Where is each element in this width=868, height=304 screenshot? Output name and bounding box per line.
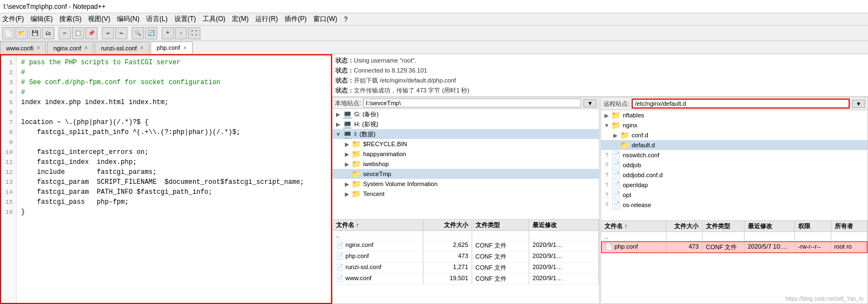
remote-fileowner-php: root ro	[831, 242, 867, 253]
toolbar-copy[interactable]: 📋	[72, 27, 84, 39]
expand-defaultd	[612, 142, 619, 148]
tree-item-h[interactable]: ▶ 💻 H: (影视)	[333, 119, 599, 129]
toolbar-undo[interactable]: ↩	[102, 27, 114, 39]
expand-sevcetmp	[344, 171, 350, 177]
tree-label-opt: opt	[623, 192, 631, 198]
code-area[interactable]: # pass the PHP scripts to FastCGI server…	[17, 55, 331, 303]
tree-item-opt[interactable]: ? 📄 opt	[601, 190, 867, 200]
toolbar-find[interactable]: 🔍	[132, 27, 144, 39]
remote-address-bar: 远程站点: ▼	[601, 97, 867, 110]
remote-filesize-php: 473	[666, 242, 702, 253]
tab-www-conf[interactable]: www.confi×	[0, 42, 46, 54]
menu-window[interactable]: 窗口(W)	[313, 14, 337, 24]
tree-item-nftables[interactable]: ▶ 📁 nftables	[601, 110, 867, 120]
icon-g: 💻	[343, 110, 352, 118]
tab-bar: www.confi× nginx.conf× runzi-ssl.conf× p…	[0, 41, 868, 54]
local-file-runzi[interactable]: 📄 runzi-ssl.conf 1,271 CONF 文件 2020/9/1…	[333, 262, 599, 274]
toolbar-new[interactable]: 📄	[2, 27, 14, 39]
tab-www-close[interactable]: ×	[37, 45, 40, 51]
tree-label-recycle: $RECYCLE.BIN	[363, 141, 407, 147]
tree-item-nginx-remote[interactable]: ▼ 📁 nginx	[601, 120, 867, 130]
tree-item-i[interactable]: ▼ 💻 I: (数据)	[333, 129, 599, 139]
tree-item-confd[interactable]: ▶ 📁 conf.d	[601, 130, 867, 140]
toolbar-open[interactable]: 📂	[16, 27, 28, 39]
header-type-local: 文件类型	[472, 220, 529, 230]
tab-php-conf[interactable]: php.conf×	[151, 42, 193, 54]
toolbar-paste[interactable]: 📌	[85, 27, 97, 39]
toolbar-fullscreen[interactable]: ⛶	[188, 27, 200, 39]
local-file-php[interactable]: 📄 php.conf 473 CONF 文件 2020/9/1…	[333, 251, 599, 262]
menu-view[interactable]: 视图(V)	[88, 14, 110, 24]
remote-fileowner-dotdot	[831, 232, 867, 241]
tab-nginx-close[interactable]: ×	[85, 45, 88, 51]
remote-address-btn[interactable]: ▼	[852, 100, 865, 108]
remote-file-list[interactable]: .. 📄 php.conf 473 CONF 文件 2020/5/7 10:… …	[601, 232, 867, 303]
remote-tree[interactable]: ▶ 📁 nftables ▼ 📁 nginx ▶ 📁 conf.d	[601, 110, 867, 221]
local-file-www[interactable]: 📄 www.conf 19,501 CONF 文件 2020/9/1…	[333, 274, 599, 285]
toolbar-cut[interactable]: ✂	[59, 27, 71, 39]
remote-file-dotdot[interactable]: ..	[601, 232, 867, 241]
menu-encode[interactable]: 编码(N)	[117, 14, 140, 24]
tab-php-label: php.conf	[157, 44, 180, 51]
tab-php-close[interactable]: ×	[183, 45, 187, 51]
tab-runzi-close[interactable]: ×	[140, 45, 143, 51]
toolbar-replace[interactable]: 🔄	[145, 27, 157, 39]
header-name-remote: 文件名 ↑	[601, 221, 666, 231]
local-filesize-runzi: 1,271	[423, 262, 472, 273]
menu-macro[interactable]: 宏(M)	[232, 14, 249, 24]
tab-runzi-ssl[interactable]: runzi-ssl.conf×	[95, 42, 149, 54]
menu-help[interactable]: ?	[344, 16, 348, 23]
tree-item-tencent[interactable]: ▶ 📁 Tencent	[333, 189, 599, 199]
menu-tools[interactable]: 工具(O)	[203, 14, 225, 24]
menu-file[interactable]: 文件(F)	[2, 14, 24, 24]
expand-nginx-remote: ▼	[603, 122, 610, 128]
remote-fileperm-php: -rw-r--r--	[795, 242, 831, 253]
icon-happy: 📁	[352, 150, 361, 158]
icon-osrelease: 📄	[611, 200, 621, 209]
editor-content[interactable]: 123456 789101112 13141516 # pass the PHP…	[1, 55, 331, 303]
tree-item-defaultd[interactable]: 📁 default.d	[601, 140, 867, 150]
local-address-label: 本地站点:	[335, 99, 361, 107]
local-address-btn[interactable]: ▼	[583, 99, 597, 107]
local-filesize-php: 473	[423, 251, 472, 262]
menu-settings[interactable]: 设置(T)	[174, 14, 196, 24]
menu-search[interactable]: 搜索(S)	[59, 14, 81, 24]
tree-item-iwebshop[interactable]: ▶ 📁 iwebshop	[333, 159, 599, 169]
local-address-input[interactable]	[363, 99, 581, 107]
toolbar-redo[interactable]: ↪	[115, 27, 127, 39]
tree-item-sevcetmp[interactable]: 📁 sevceTmp	[333, 169, 599, 179]
ftp-panel: 状态：Using username "root". 状态：Connected t…	[332, 54, 868, 304]
tree-item-osrelease[interactable]: ? 📄 os-release	[601, 200, 867, 210]
remote-address-input[interactable]	[632, 99, 850, 109]
local-file-dotdot[interactable]: ..	[333, 231, 599, 240]
local-file-nginx[interactable]: 📄 nginx.conf 2,625 CONF 文件 2020/9/1…	[333, 240, 599, 251]
tree-item-openldap[interactable]: ? 📄 openldap	[601, 180, 867, 190]
tree-item-oddjob[interactable]: ? 📄 oddjob	[601, 160, 867, 170]
ftp-status-2: 状态：Connected to 8.129.36.101	[335, 65, 865, 75]
tree-item-oddjobd[interactable]: ? 📄 oddjobd.conf.d	[601, 170, 867, 180]
local-filetype-dotdot	[472, 231, 529, 240]
tree-item-recycle[interactable]: ▶ 📁 $RECYCLE.BIN	[333, 139, 599, 149]
tab-nginx-conf[interactable]: nginx.conf×	[47, 42, 94, 54]
local-filename-nginx: 📄 nginx.conf	[333, 240, 423, 251]
menu-edit[interactable]: 编辑(E)	[30, 14, 53, 24]
tree-item-g[interactable]: ▶ 💻 G: (备份)	[333, 109, 599, 119]
remote-file-php[interactable]: 📄 php.conf 473 CONF 文件 2020/5/7 10:… -rw…	[601, 241, 867, 253]
main-layout: 123456 789101112 13141516 # pass the PHP…	[0, 54, 868, 304]
icon-opt: 📄	[611, 190, 621, 199]
local-file-list[interactable]: .. 📄 nginx.conf 2,625 CONF 文件 2020/9/1… …	[333, 231, 599, 303]
toolbar-save[interactable]: 💾	[29, 27, 41, 39]
remote-filetype-php: CONF 文件	[702, 242, 745, 253]
tree-item-svi[interactable]: ▶ 📁 System Volume Information	[333, 179, 599, 189]
menu-plugins[interactable]: 插件(P)	[285, 14, 307, 24]
toolbar-saveall[interactable]: 🗂	[42, 27, 54, 39]
local-filename-runzi: 📄 runzi-ssl.conf	[333, 262, 423, 273]
tree-item-nsswitch[interactable]: ? 📄 nsswitch.conf	[601, 150, 867, 160]
local-tree[interactable]: ▶ 💻 G: (备份) ▶ 💻 H: (影视) ▼ 💻 I: (数据)	[333, 109, 599, 220]
tree-item-happy[interactable]: ▶ 📁 happyanimation	[333, 149, 599, 159]
toolbar-zoom-out[interactable]: -	[175, 27, 187, 39]
menu-run[interactable]: 运行(R)	[255, 14, 278, 24]
toolbar-zoom-in[interactable]: +	[162, 27, 174, 39]
expand-svi: ▶	[344, 181, 350, 187]
menu-lang[interactable]: 语言(L)	[146, 14, 168, 24]
